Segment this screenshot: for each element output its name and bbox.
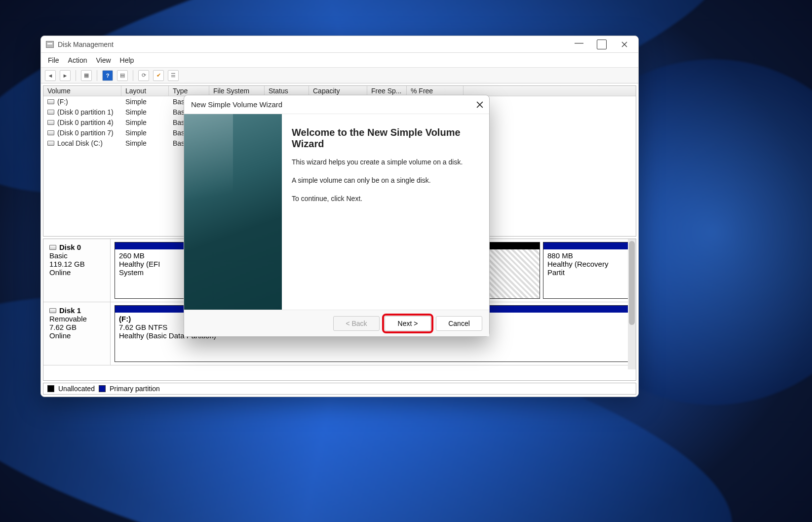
disk-size: 119.12 GB bbox=[49, 260, 104, 268]
disk-icon bbox=[49, 245, 56, 250]
disk-status: Online bbox=[49, 331, 104, 340]
legend-swatch-primary bbox=[99, 385, 106, 392]
scrollbar-thumb[interactable] bbox=[629, 241, 635, 325]
check-icon[interactable]: ✔ bbox=[153, 70, 164, 81]
col-pct-free[interactable]: % Free bbox=[407, 86, 464, 96]
help-icon[interactable]: ? bbox=[102, 70, 113, 81]
settings-icon[interactable]: ☰ bbox=[168, 70, 179, 81]
toolbar: ◄ ► ▦ ? ▤ ⟳ ✔ ☰ bbox=[41, 68, 638, 83]
partition[interactable]: 880 MB Healthy (Recovery Partit bbox=[543, 242, 632, 299]
wizard-close-button[interactable] bbox=[475, 100, 484, 109]
disk-name: Disk 1 bbox=[59, 306, 81, 315]
drive-icon bbox=[47, 141, 54, 146]
wizard-titlebar[interactable]: New Simple Volume Wizard bbox=[184, 95, 489, 114]
disk-name: Disk 0 bbox=[59, 243, 81, 251]
wizard-text-1: This wizard helps you create a simple vo… bbox=[292, 158, 474, 167]
wizard-heading: Welcome to the New Simple Volume Wizard bbox=[292, 127, 474, 150]
menu-file[interactable]: File bbox=[48, 56, 59, 64]
partition[interactable]: 260 MB Healthy (EFI System bbox=[115, 242, 188, 299]
partition-desc: Healthy (EFI System bbox=[119, 260, 183, 277]
wizard-sidebar-graphic bbox=[184, 114, 282, 310]
app-title: Disk Management bbox=[58, 40, 114, 48]
col-type[interactable]: Type bbox=[169, 86, 209, 96]
legend-swatch-unallocated bbox=[47, 385, 54, 392]
new-simple-volume-wizard: New Simple Volume Wizard Welcome to the … bbox=[184, 95, 490, 337]
show-hide-icon[interactable]: ▦ bbox=[81, 70, 92, 81]
menu-view[interactable]: View bbox=[96, 56, 111, 64]
wizard-text-3: To continue, click Next. bbox=[292, 194, 474, 203]
maximize-button[interactable] bbox=[597, 40, 607, 49]
legend: Unallocated Primary partition bbox=[43, 383, 636, 395]
disk-kind: Basic bbox=[49, 251, 104, 260]
refresh-icon[interactable]: ⟳ bbox=[138, 70, 149, 81]
drive-icon bbox=[47, 130, 54, 135]
close-button[interactable] bbox=[619, 40, 629, 49]
scrollbar[interactable] bbox=[628, 239, 636, 369]
partition-desc: Healthy (Recovery Partit bbox=[547, 260, 627, 277]
next-button[interactable]: Next > bbox=[385, 316, 431, 331]
drive-icon bbox=[47, 99, 54, 104]
legend-primary: Primary partition bbox=[110, 385, 160, 393]
cancel-button[interactable]: Cancel bbox=[436, 316, 482, 331]
wizard-buttons: < Back Next > Cancel bbox=[184, 310, 489, 336]
back-button: < Back bbox=[333, 316, 380, 331]
menu-help[interactable]: Help bbox=[120, 56, 134, 64]
partition-size: 260 MB bbox=[119, 251, 183, 260]
legend-unallocated: Unallocated bbox=[58, 385, 95, 393]
disk-size: 7.62 GB bbox=[49, 323, 104, 331]
wizard-text-2: A simple volume can only be on a single … bbox=[292, 176, 474, 185]
drive-icon bbox=[47, 110, 54, 115]
titlebar[interactable]: Disk Management — bbox=[41, 36, 638, 53]
col-volume[interactable]: Volume bbox=[43, 86, 121, 96]
disk-icon bbox=[49, 308, 56, 313]
panel-icon[interactable]: ▤ bbox=[117, 70, 128, 81]
col-layout[interactable]: Layout bbox=[121, 86, 169, 96]
menubar: File Action View Help bbox=[41, 53, 638, 68]
disk-info[interactable]: Disk 0 Basic 119.12 GB Online bbox=[43, 239, 111, 302]
minimize-button[interactable]: — bbox=[574, 38, 584, 47]
forward-icon[interactable]: ► bbox=[60, 70, 71, 81]
menu-action[interactable]: Action bbox=[68, 56, 87, 64]
wizard-content: Welcome to the New Simple Volume Wizard … bbox=[282, 114, 489, 310]
disk-kind: Removable bbox=[49, 315, 104, 323]
wizard-title: New Simple Volume Wizard bbox=[191, 100, 282, 109]
disk-info[interactable]: Disk 1 Removable 7.62 GB Online bbox=[43, 302, 111, 365]
col-free-space[interactable]: Free Sp... bbox=[367, 86, 407, 96]
col-status[interactable]: Status bbox=[265, 86, 309, 96]
disk-status: Online bbox=[49, 268, 104, 277]
drive-icon bbox=[47, 120, 54, 125]
back-icon[interactable]: ◄ bbox=[45, 70, 56, 81]
col-capacity[interactable]: Capacity bbox=[309, 86, 367, 96]
app-icon bbox=[46, 41, 54, 48]
partition-size: 880 MB bbox=[547, 251, 627, 260]
col-filesystem[interactable]: File System bbox=[209, 86, 265, 96]
